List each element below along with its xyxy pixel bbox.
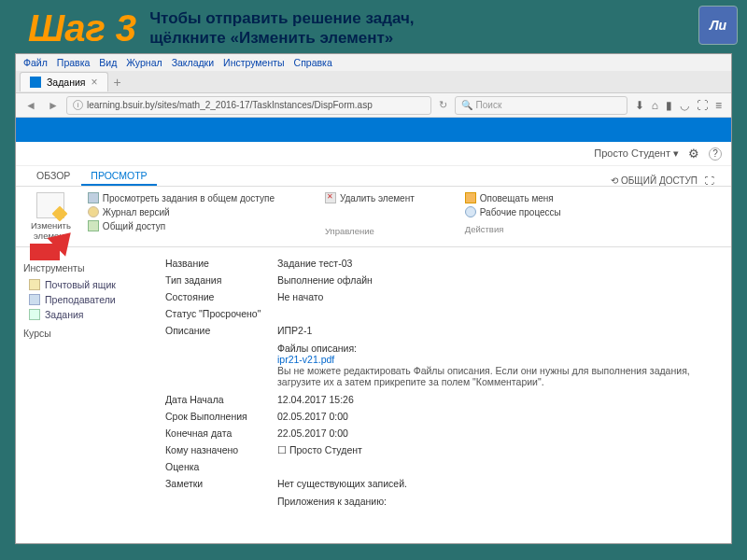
label-state: Состояние bbox=[165, 291, 277, 302]
user-bar: Просто Студент ▾ ⚙ ? bbox=[16, 142, 731, 166]
site-info-icon[interactable]: i bbox=[73, 100, 83, 110]
value-desc: ИПР2-1 bbox=[277, 325, 722, 336]
value-notes: Нет существующих записей. bbox=[277, 478, 722, 489]
forward-button[interactable]: ► bbox=[44, 96, 63, 115]
menu-history[interactable]: Журнал bbox=[126, 57, 162, 68]
close-icon[interactable]: × bbox=[92, 76, 98, 89]
menu-tools[interactable]: Инструменты bbox=[223, 57, 284, 68]
workflows-button[interactable]: Рабочие процессы bbox=[465, 206, 561, 217]
tab-title: Задания bbox=[47, 77, 86, 88]
view-public-button[interactable]: Просмотреть задания в общем доступе bbox=[88, 192, 275, 203]
workflow-icon bbox=[465, 206, 476, 217]
label-assigned: Кому назначено bbox=[165, 444, 277, 455]
nav-mailbox[interactable]: Почтовый ящик bbox=[23, 277, 148, 292]
left-navigation: Инструменты Почтовый ящик Преподаватели … bbox=[16, 247, 156, 543]
tab-bar: Задания × + bbox=[16, 71, 731, 93]
nav-teachers[interactable]: Преподаватели bbox=[23, 292, 148, 307]
menu-view[interactable]: Вид bbox=[99, 57, 117, 68]
label-name: Название bbox=[165, 258, 277, 269]
tab-view[interactable]: ПРОСМОТР bbox=[81, 167, 156, 186]
url-input[interactable]: i learning.bsuir.by/sites/math_2_2016-17… bbox=[66, 96, 431, 115]
label-end: Конечная дата bbox=[165, 427, 277, 439]
label-start: Дата Начала bbox=[165, 394, 277, 405]
attachments-header: Приложения к заданию: bbox=[277, 492, 722, 511]
ribbon: ОБЗОР ПРОСМОТР ⟲ ОБЩИЙ ДОСТУП ⛶ bbox=[16, 166, 731, 187]
files-header: Файлы описания: bbox=[277, 343, 722, 354]
download-icon[interactable]: ⬇ bbox=[635, 99, 644, 112]
pocket-icon[interactable]: ◡ bbox=[680, 99, 689, 112]
value-state: Не начато bbox=[277, 291, 722, 302]
teachers-icon bbox=[29, 294, 40, 305]
delete-item-button[interactable]: Удалить элемент bbox=[325, 192, 415, 203]
task-details: НазваниеЗадание тест-03 Тип заданияВыпол… bbox=[156, 247, 731, 543]
user-name[interactable]: Просто Студент ▾ bbox=[594, 147, 679, 160]
file-link[interactable]: ipr21-v21.pdf bbox=[277, 354, 722, 365]
label-grade: Оценка bbox=[165, 461, 277, 472]
alert-me-button[interactable]: Оповещать меня bbox=[465, 192, 561, 203]
share-button[interactable]: ⟲ ОБЩИЙ ДОСТУП bbox=[611, 175, 698, 186]
tasks-icon bbox=[29, 309, 40, 320]
files-note: Вы не можете редактировать Файлы описани… bbox=[277, 365, 722, 387]
help-icon[interactable]: ? bbox=[709, 147, 722, 161]
fullscreen-icon[interactable]: ⛶ bbox=[697, 99, 708, 112]
delete-icon bbox=[325, 192, 336, 203]
value-start: 12.04.2017 15:26 bbox=[277, 394, 722, 405]
step-subtitle: Чтобы отправить решение задач, щёлкните … bbox=[149, 9, 719, 48]
menu-file[interactable]: Файл bbox=[23, 57, 48, 68]
value-end: 22.05.2017 0:00 bbox=[277, 427, 722, 439]
edit-icon bbox=[36, 192, 64, 218]
step-title: Шаг 3 bbox=[28, 7, 136, 49]
new-tab-button[interactable]: + bbox=[114, 75, 121, 90]
menu-bookmarks[interactable]: Закладки bbox=[172, 57, 214, 68]
actions-group-label: Действия bbox=[465, 220, 561, 234]
address-bar: ◄ ► i learning.bsuir.by/sites/math_2_201… bbox=[16, 93, 731, 118]
browser-menu-bar: Файл Правка Вид Журнал Закладки Инструме… bbox=[16, 54, 731, 71]
bookmark-icon[interactable]: ▮ bbox=[666, 99, 672, 112]
label-notes: Заметки bbox=[165, 478, 277, 489]
mail-icon bbox=[29, 279, 40, 290]
nav-section-tools: Инструменты bbox=[23, 262, 148, 273]
manage-group-label: Управление bbox=[325, 222, 415, 236]
label-status: Статус "Просрочено" bbox=[165, 308, 277, 319]
sharepoint-icon bbox=[30, 77, 41, 88]
nav-section-courses: Курсы bbox=[23, 328, 148, 339]
value-assigned: ☐ Просто Студент bbox=[277, 444, 722, 455]
document-icon bbox=[88, 192, 99, 203]
menu-icon[interactable]: ≡ bbox=[715, 99, 722, 112]
university-logo: Ли bbox=[698, 6, 738, 45]
alert-icon bbox=[465, 192, 476, 203]
menu-help[interactable]: Справка bbox=[294, 57, 332, 68]
share-access-button[interactable]: Общий доступ bbox=[88, 220, 275, 231]
value-name: Задание тест-03 bbox=[277, 258, 722, 269]
nav-tasks[interactable]: Задания bbox=[23, 307, 148, 322]
gear-icon[interactable]: ⚙ bbox=[688, 147, 699, 161]
ribbon-body: Изменитьэлемент Просмотреть задания в об… bbox=[16, 187, 731, 247]
label-type: Тип задания bbox=[165, 274, 277, 286]
search-input[interactable]: 🔍 Поиск bbox=[455, 96, 627, 115]
tab-overview[interactable]: ОБЗОР bbox=[27, 167, 79, 186]
history-icon bbox=[88, 206, 99, 217]
value-type: Выполнение офлайн bbox=[277, 274, 722, 286]
label-due: Срок Выполнения bbox=[165, 411, 277, 422]
back-button[interactable]: ◄ bbox=[21, 96, 40, 115]
search-icon: 🔍 bbox=[461, 100, 472, 110]
browser-tab[interactable]: Задания × bbox=[20, 72, 108, 91]
reload-button[interactable]: ↻ bbox=[435, 99, 451, 111]
version-history-button[interactable]: Журнал версий bbox=[88, 206, 275, 217]
home-icon[interactable]: ⌂ bbox=[652, 99, 658, 112]
menu-edit[interactable]: Правка bbox=[57, 57, 90, 68]
focus-icon[interactable]: ⛶ bbox=[705, 175, 714, 186]
browser-window: Файл Правка Вид Журнал Закладки Инструме… bbox=[15, 53, 732, 544]
value-due: 02.05.2017 0:00 bbox=[277, 411, 722, 422]
sharepoint-suite-bar bbox=[16, 118, 731, 142]
share-icon bbox=[88, 220, 99, 231]
label-desc: Описание bbox=[165, 325, 277, 336]
